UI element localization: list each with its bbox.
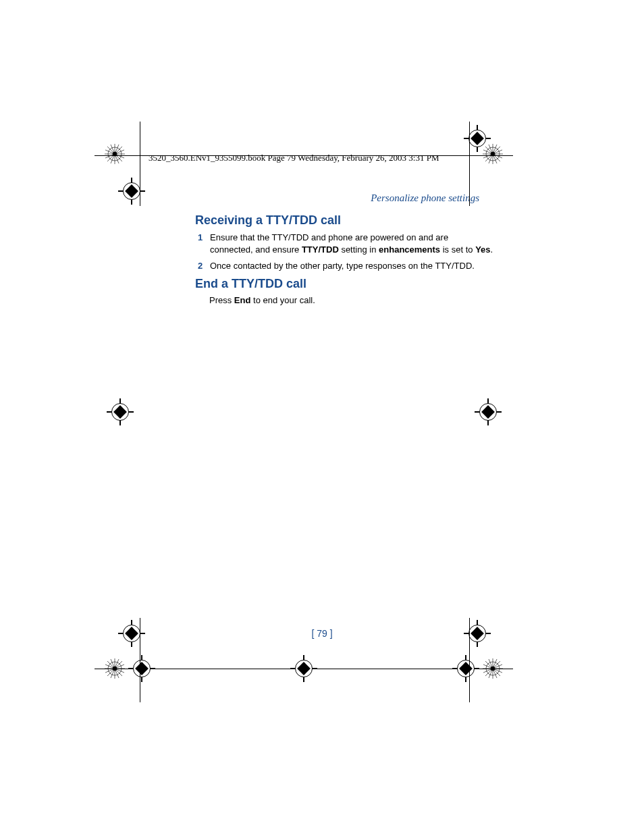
registration-mark-icon xyxy=(118,620,145,647)
crop-line xyxy=(140,122,140,206)
registration-mark-icon xyxy=(452,655,479,682)
printer-mark-icon xyxy=(103,142,126,165)
printer-mark-icon xyxy=(481,142,504,165)
step-number: 1 xyxy=(198,232,203,244)
heading-end: End a TTY/TDD call xyxy=(195,277,306,291)
registration-mark-icon xyxy=(290,655,317,682)
step-2: 2 Once contacted by the other party, typ… xyxy=(210,260,493,272)
step-number: 2 xyxy=(198,260,203,272)
page-number: [ 79 ] xyxy=(0,628,644,639)
running-header: 3520_3560.ENv1_9355099.book Page 79 Wedn… xyxy=(149,153,439,163)
crop-line xyxy=(469,122,470,206)
section-header: Personalize phone settings xyxy=(371,192,479,204)
registration-mark-icon xyxy=(118,178,145,205)
registration-mark-icon xyxy=(128,655,155,682)
step-text: Ensure that the TTY/TDD and phone are po… xyxy=(210,232,493,255)
step-1: 1 Ensure that the TTY/TDD and phone are … xyxy=(210,232,493,255)
heading-receiving: Receiving a TTY/TDD call xyxy=(195,213,341,228)
printer-mark-icon xyxy=(103,657,126,680)
registration-mark-icon xyxy=(475,398,502,425)
body-end-call: Press End to end your call. xyxy=(209,295,315,305)
registration-mark-icon xyxy=(107,398,134,425)
crop-line xyxy=(469,618,470,702)
registration-mark-icon xyxy=(464,620,491,647)
step-text: Once contacted by the other party, type … xyxy=(210,261,475,271)
document-page: 3520_3560.ENv1_9355099.book Page 79 Wedn… xyxy=(0,0,644,834)
crop-line xyxy=(140,618,140,702)
printer-mark-icon xyxy=(481,657,504,680)
